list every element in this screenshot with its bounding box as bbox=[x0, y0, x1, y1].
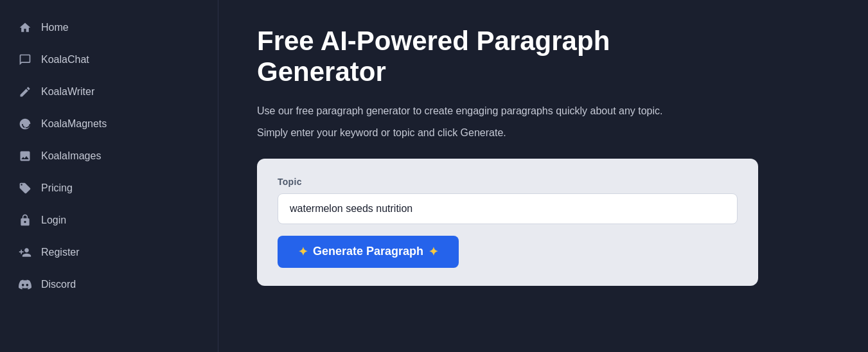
page-title: Free AI-Powered Paragraph Generator bbox=[257, 26, 707, 88]
sidebar-item-home[interactable]: Home bbox=[0, 13, 218, 42]
sidebar-item-koalamagnets-label: KoalaMagnets bbox=[41, 118, 107, 130]
images-icon bbox=[18, 149, 32, 163]
sparkle-left-icon: ✦ bbox=[298, 245, 308, 259]
sidebar-item-koalaimages[interactable]: KoalaImages bbox=[0, 141, 218, 171]
magnets-icon bbox=[18, 117, 32, 131]
sidebar-item-pricing[interactable]: Pricing bbox=[0, 173, 218, 203]
sidebar-item-login[interactable]: Login bbox=[0, 206, 218, 235]
sidebar-item-register[interactable]: Register bbox=[0, 238, 218, 267]
sidebar-item-koalamagnets[interactable]: KoalaMagnets bbox=[0, 109, 218, 139]
sidebar-item-koalachat[interactable]: KoalaChat bbox=[0, 45, 218, 75]
writer-icon bbox=[18, 85, 32, 99]
sidebar-item-koalachat-label: KoalaChat bbox=[41, 54, 89, 66]
topic-label: Topic bbox=[278, 177, 738, 187]
sidebar-item-koalaimages-label: KoalaImages bbox=[41, 150, 101, 162]
register-icon bbox=[18, 245, 32, 260]
chat-icon bbox=[18, 53, 32, 67]
login-icon bbox=[18, 213, 32, 227]
home-icon bbox=[18, 21, 32, 35]
generate-button[interactable]: ✦ Generate Paragraph ✦ bbox=[278, 236, 459, 268]
sidebar-item-koalawriter[interactable]: KoalaWriter bbox=[0, 77, 218, 107]
topic-input[interactable] bbox=[278, 193, 738, 224]
sidebar-item-register-label: Register bbox=[41, 247, 80, 258]
main-content: Free AI-Powered Paragraph Generator Use … bbox=[218, 0, 868, 352]
sidebar-item-discord-label: Discord bbox=[41, 279, 76, 290]
subtitle-1: Use our free paragraph generator to crea… bbox=[257, 103, 829, 119]
pricing-icon bbox=[18, 181, 32, 195]
generator-card: Topic ✦ Generate Paragraph ✦ bbox=[257, 159, 758, 286]
sidebar-item-koalawriter-label: KoalaWriter bbox=[41, 86, 94, 98]
sidebar: Home KoalaChat KoalaWriter KoalaMagnets bbox=[0, 0, 218, 352]
sidebar-item-login-label: Login bbox=[41, 215, 66, 226]
discord-icon bbox=[18, 277, 32, 292]
sidebar-item-pricing-label: Pricing bbox=[41, 182, 73, 194]
subtitle-2: Simply enter your keyword or topic and c… bbox=[257, 125, 829, 141]
generate-button-label: Generate Paragraph bbox=[313, 245, 423, 258]
sidebar-item-home-label: Home bbox=[41, 22, 69, 33]
sparkle-right-icon: ✦ bbox=[429, 245, 438, 259]
sidebar-item-discord[interactable]: Discord bbox=[0, 270, 218, 299]
